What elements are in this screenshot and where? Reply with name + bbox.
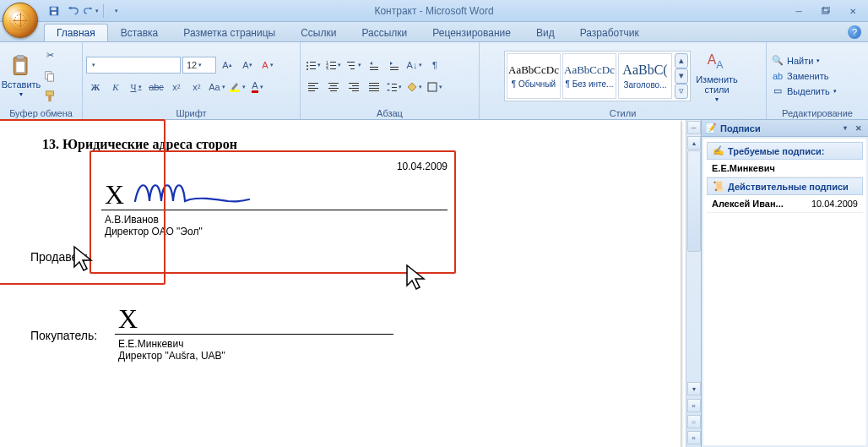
align-left-icon[interactable] [304, 78, 323, 96]
change-styles-button[interactable]: AA Изменить стили▼ [692, 47, 741, 105]
qat-customize-icon[interactable] [107, 3, 124, 19]
align-right-icon[interactable] [344, 78, 363, 96]
multilevel-icon[interactable] [344, 56, 363, 74]
svg-rect-37 [328, 88, 339, 89]
pen-icon: ✍ [713, 145, 724, 156]
minimize-button[interactable]: ─ [789, 4, 809, 18]
tab-review[interactable]: Рецензирование [420, 24, 524, 41]
signature-block-buyer[interactable]: X Е.Е.Минкевич Директор "Aušra, UAB" Пок… [115, 288, 393, 362]
svg-rect-6 [16, 61, 25, 72]
svg-rect-23 [330, 68, 336, 69]
copy-icon[interactable] [41, 67, 59, 85]
font-family-combo[interactable] [86, 57, 181, 74]
redo-icon[interactable] [83, 3, 100, 19]
style-normal[interactable]: AaBbCcDc¶ Обычный [507, 53, 561, 99]
svg-rect-35 [328, 83, 339, 84]
valid-signature-entry[interactable]: Алексей Иван...10.04.2009 [707, 195, 863, 213]
office-button[interactable] [3, 3, 38, 38]
align-center-icon[interactable] [324, 78, 343, 96]
cut-icon[interactable]: ✂ [41, 46, 59, 65]
font-size-combo[interactable]: 12 [182, 57, 216, 74]
tab-home[interactable]: Главная [44, 24, 108, 41]
find-icon: 🔍 [772, 55, 784, 67]
svg-rect-25 [349, 65, 355, 66]
format-painter-icon[interactable] [41, 87, 59, 106]
change-case-icon[interactable]: Aa [208, 78, 226, 96]
tab-insert[interactable]: Вставка [108, 24, 171, 41]
svg-point-12 [307, 62, 308, 63]
gallery-down-icon[interactable]: ▾ [675, 68, 688, 84]
tab-view[interactable]: Вид [524, 24, 567, 41]
pane-close-icon[interactable]: ✕ [853, 123, 865, 134]
highlight-icon[interactable] [228, 78, 247, 96]
style-nospacing[interactable]: AaBbCcDc¶ Без инте... [562, 53, 616, 99]
tab-developer[interactable]: Разработчик [567, 24, 652, 41]
svg-rect-43 [369, 83, 379, 84]
svg-point-16 [307, 68, 308, 70]
save-icon[interactable] [46, 3, 62, 19]
clear-formatting-icon[interactable]: A [258, 56, 277, 74]
shrink-font-icon[interactable]: A▾ [238, 56, 257, 74]
scroll-split-icon[interactable]: ─ [687, 121, 701, 134]
sigpane-title: Подписи [720, 123, 761, 134]
bold-icon[interactable]: Ж [86, 78, 105, 96]
strike-icon[interactable]: abc [147, 78, 165, 96]
next-page-icon[interactable]: » [687, 431, 701, 444]
bullets-icon[interactable] [304, 56, 323, 74]
vertical-scrollbar[interactable]: ─ ▴ ▾ « ○ » [686, 120, 701, 447]
window-title: Контракт - Microsoft Word [374, 5, 493, 17]
svg-rect-19 [330, 62, 336, 63]
tab-mailings[interactable]: Рассылки [349, 24, 420, 41]
tab-references[interactable]: Ссылки [288, 24, 349, 41]
svg-rect-15 [310, 65, 316, 66]
browse-object-icon[interactable]: ○ [687, 415, 701, 428]
svg-rect-42 [352, 90, 359, 91]
maximize-button[interactable] [816, 4, 836, 18]
sort-icon[interactable]: A↓ [405, 56, 424, 74]
scroll-down-icon[interactable]: ▾ [687, 382, 701, 395]
gallery-up-icon[interactable]: ▴ [675, 53, 688, 68]
select-icon: ▭ [772, 85, 784, 97]
select-button[interactable]: ▭Выделить▾ [770, 84, 838, 98]
tab-pagelayout[interactable]: Разметка страницы [171, 24, 288, 41]
line-spacing-icon[interactable] [385, 78, 404, 96]
required-signature-entry[interactable]: Е.Е.Минкевич [707, 160, 863, 177]
borders-icon[interactable] [426, 78, 444, 96]
font-color-icon[interactable]: A [248, 78, 267, 96]
svg-rect-44 [369, 85, 379, 86]
scroll-thumb[interactable] [687, 150, 701, 252]
show-marks-icon[interactable]: ¶ [426, 56, 444, 74]
undo-icon[interactable] [64, 3, 81, 19]
grow-font-icon[interactable]: A▴ [218, 56, 236, 74]
svg-rect-13 [310, 62, 316, 63]
replace-button[interactable]: abЗаменить [770, 69, 838, 83]
required-signatures-header: ✍Требуемые подписи: [707, 142, 863, 160]
svg-rect-26 [350, 68, 355, 69]
svg-rect-3 [823, 7, 830, 12]
style-heading1[interactable]: AaBbC(Заголово... [618, 53, 672, 99]
prev-page-icon[interactable]: « [687, 399, 701, 412]
group-font-label: Шрифт [86, 107, 296, 119]
find-button[interactable]: 🔍Найти▾ [770, 54, 838, 68]
italic-icon[interactable]: К [106, 78, 125, 96]
svg-rect-46 [369, 90, 379, 91]
gallery-more-icon[interactable]: ▿ [675, 84, 688, 99]
shading-icon[interactable] [405, 78, 424, 96]
svg-rect-48 [392, 87, 397, 88]
pane-menu-icon[interactable]: ▾ [839, 123, 851, 134]
close-button[interactable]: ✕ [843, 4, 863, 18]
indent-icon[interactable] [385, 56, 404, 74]
underline-icon[interactable]: Ч [127, 78, 145, 96]
help-icon[interactable]: ? [848, 25, 861, 39]
sig2-name: Е.Е.Минкевич [118, 338, 393, 350]
svg-rect-17 [310, 68, 316, 69]
numbering-icon[interactable]: 123 [324, 56, 343, 74]
subscript-icon[interactable]: x2 [167, 78, 186, 96]
superscript-icon[interactable]: x2 [187, 78, 206, 96]
outdent-icon[interactable] [365, 56, 383, 74]
paste-button[interactable]: Вставить ▼ [3, 52, 39, 100]
scroll-up-icon[interactable]: ▴ [687, 136, 701, 150]
annotation-box-2 [0, 119, 165, 285]
align-justify-icon[interactable] [365, 78, 383, 96]
svg-rect-1 [52, 11, 56, 14]
